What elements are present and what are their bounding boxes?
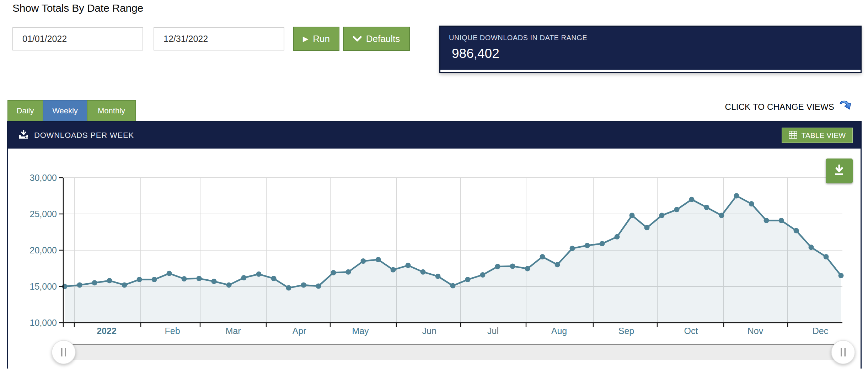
- data-point[interactable]: [152, 277, 157, 282]
- data-point[interactable]: [122, 282, 127, 288]
- navigator-handle-left-circle[interactable]: [52, 340, 75, 364]
- x-axis-label: Oct: [684, 326, 698, 336]
- end-date-input[interactable]: [154, 27, 284, 50]
- x-axis-label: May: [352, 326, 369, 336]
- data-point[interactable]: [391, 267, 396, 273]
- table-view-label: TABLE VIEW: [802, 131, 846, 140]
- downloads-per-week-chart: 30,00025,00020,00015,00010,0002022FebMar…: [8, 149, 861, 369]
- data-point[interactable]: [331, 270, 336, 275]
- navigator-handle-left[interactable]: [52, 340, 75, 364]
- table-view-button[interactable]: TABLE VIEW: [782, 128, 853, 143]
- data-point[interactable]: [704, 205, 709, 210]
- chart-navigator[interactable]: [52, 340, 855, 364]
- data-point[interactable]: [271, 276, 277, 281]
- data-point[interactable]: [659, 213, 665, 218]
- navigator-track[interactable]: [64, 344, 843, 360]
- data-point[interactable]: [77, 282, 82, 288]
- data-point[interactable]: [570, 246, 575, 251]
- data-point[interactable]: [779, 218, 784, 223]
- page-title: Show Totals By Date Range: [12, 2, 143, 14]
- data-point[interactable]: [540, 254, 545, 259]
- data-point[interactable]: [301, 282, 306, 288]
- pause-bars-icon: [841, 348, 842, 356]
- data-point[interactable]: [689, 197, 695, 202]
- unique-downloads-card: UNIQUE DOWNLOADS IN DATE RANGE 986,402: [439, 26, 862, 73]
- stat-card-bottom-strip: [440, 70, 861, 72]
- data-point[interactable]: [420, 269, 426, 275]
- export-chart-button[interactable]: [826, 159, 853, 183]
- data-point[interactable]: [167, 271, 172, 276]
- data-point[interactable]: [450, 283, 456, 289]
- run-button[interactable]: ▶ Run: [293, 27, 339, 51]
- chart-title: DOWNLOADS PER WEEK: [34, 131, 134, 140]
- data-point[interactable]: [137, 277, 142, 282]
- change-views-hint: CLICK TO CHANGE VIEWS: [725, 100, 852, 114]
- data-point[interactable]: [92, 280, 97, 285]
- tab-monthly[interactable]: Monthly: [87, 100, 136, 121]
- tab-weekly[interactable]: Weekly: [43, 100, 87, 121]
- x-axis-label: 2022: [97, 326, 117, 336]
- chart-series: [62, 193, 844, 323]
- data-point[interactable]: [480, 272, 486, 278]
- chart-body: 30,00025,00020,00015,00010,0002022FebMar…: [8, 149, 861, 369]
- interval-tabs: Daily Weekly Monthly: [7, 100, 136, 121]
- data-point[interactable]: [674, 207, 680, 212]
- chart-panel: DOWNLOADS PER WEEK TABLE VIEW: [7, 121, 862, 369]
- data-point[interactable]: [600, 241, 605, 246]
- x-axis-label: Mar: [225, 326, 241, 336]
- data-point[interactable]: [719, 213, 724, 218]
- data-point[interactable]: [286, 285, 291, 291]
- data-point[interactable]: [226, 282, 232, 288]
- data-point[interactable]: [838, 273, 844, 278]
- pause-bars-icon: [65, 348, 66, 356]
- series-area: [65, 196, 841, 323]
- data-point[interactable]: [644, 225, 650, 230]
- data-point[interactable]: [435, 274, 441, 279]
- data-point[interactable]: [256, 272, 262, 277]
- x-axis-label: Sep: [618, 326, 634, 336]
- play-icon: ▶: [303, 35, 308, 42]
- data-point[interactable]: [107, 278, 112, 283]
- data-point[interactable]: [376, 257, 381, 262]
- data-point[interactable]: [764, 218, 769, 223]
- data-point[interactable]: [615, 234, 620, 240]
- data-point[interactable]: [316, 284, 321, 289]
- data-point[interactable]: [182, 276, 187, 281]
- data-point[interactable]: [585, 243, 590, 248]
- data-point[interactable]: [734, 193, 739, 199]
- unique-downloads-value: 986,402: [452, 46, 499, 61]
- data-point[interactable]: [197, 276, 202, 281]
- data-point[interactable]: [211, 279, 217, 284]
- x-axis-label: Feb: [165, 326, 180, 336]
- y-axis-label: 20,000: [30, 245, 57, 255]
- data-point[interactable]: [406, 263, 411, 268]
- data-point[interactable]: [824, 254, 829, 259]
- navigator-handle-right[interactable]: [831, 340, 855, 364]
- data-point[interactable]: [794, 228, 799, 233]
- navigator-handle-right-circle[interactable]: [831, 340, 855, 364]
- run-button-label: Run: [313, 33, 330, 44]
- data-point[interactable]: [241, 275, 247, 280]
- change-views-hint-label: CLICK TO CHANGE VIEWS: [725, 102, 834, 112]
- downloads-dashboard: Show Totals By Date Range ▶ Run Defaults…: [0, 0, 868, 376]
- data-point[interactable]: [361, 258, 366, 264]
- data-point[interactable]: [465, 277, 471, 282]
- y-axis-label: 10,000: [30, 318, 57, 328]
- data-point[interactable]: [346, 269, 351, 275]
- data-point[interactable]: [809, 245, 814, 250]
- curved-down-arrow-icon: [838, 99, 852, 115]
- unique-downloads-label: UNIQUE DOWNLOADS IN DATE RANGE: [449, 34, 587, 42]
- data-point[interactable]: [629, 213, 635, 218]
- y-axis-label: 15,000: [30, 281, 57, 291]
- pause-bars-icon: [845, 348, 846, 356]
- data-point[interactable]: [525, 266, 530, 272]
- y-axis-label: 25,000: [30, 209, 57, 219]
- defaults-button[interactable]: Defaults: [343, 27, 410, 51]
- data-point[interactable]: [749, 201, 754, 206]
- data-point[interactable]: [495, 264, 500, 269]
- start-date-input[interactable]: [12, 27, 143, 50]
- data-point[interactable]: [555, 262, 560, 267]
- x-axis-label: Nov: [748, 326, 763, 336]
- tab-daily[interactable]: Daily: [7, 100, 43, 121]
- data-point[interactable]: [510, 263, 515, 269]
